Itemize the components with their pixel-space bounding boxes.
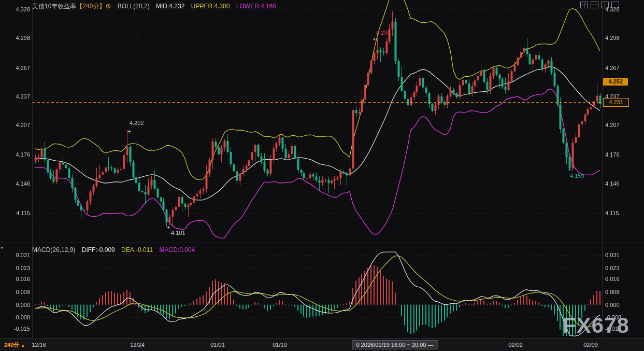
panel-marker-icon[interactable]: ● bbox=[1, 245, 3, 250]
price-extreme-marker-icon: + bbox=[167, 224, 170, 230]
macd-axis-label-left: -0.008 bbox=[2, 314, 30, 320]
macd-legend: MACD(26,12,9) DIFF:-0.009 DEA:-0.011 MAC… bbox=[32, 246, 199, 254]
macd-axis-label-right: 0.023 bbox=[605, 265, 636, 271]
price-extreme-marker-icon: + bbox=[373, 36, 376, 41]
current-price-tag: 4.231 bbox=[603, 98, 629, 107]
time-axis-bar: 240分▲ 12/1612/2401/0101/100 2026/01/19 1… bbox=[0, 338, 644, 351]
price-legend: 美债10年收益率【240分】⊕ BOLL(20,2) MID:4.232 UPP… bbox=[32, 2, 281, 11]
time-axis-label: 01/10 bbox=[259, 342, 300, 348]
price-axis-label-right: 4.298 bbox=[605, 35, 636, 41]
layout-grid-icon[interactable] bbox=[580, 2, 588, 8]
price-axis-label-right: 4.267 bbox=[605, 65, 636, 71]
time-axis-label: 12/24 bbox=[117, 342, 158, 348]
macd-axis-label-left: 0.031 bbox=[2, 252, 30, 258]
price-extreme-label: 4.159 bbox=[570, 173, 584, 179]
macd-hist-value: MACD:0.004 bbox=[160, 246, 195, 254]
price-axis-label-left: 4.328 bbox=[2, 6, 30, 12]
macd-axis-label-right: 0.008 bbox=[605, 289, 636, 295]
macd-diff-value: DIFF:-0.009 bbox=[82, 246, 115, 254]
time-axis-label: 02/09 bbox=[570, 342, 611, 348]
price-axis-label-right: 4.115 bbox=[605, 210, 636, 216]
crosshair-time-display: 0 2026/01/19 16:00 ~ 20:00 — bbox=[352, 340, 438, 349]
macd-axis-label-left: 0.023 bbox=[2, 265, 30, 271]
price-extreme-marker-icon: + bbox=[568, 167, 571, 172]
price-extreme-label: 4.298 bbox=[376, 30, 391, 36]
macd-axis-label-left: 0.008 bbox=[2, 289, 30, 295]
watermark-text: FX678 bbox=[563, 313, 629, 338]
macd-axis-label-left: -0.015 bbox=[2, 326, 30, 332]
macd-axis-label-left: 0.000 bbox=[2, 302, 30, 308]
macd-axis-label-right: 0.016 bbox=[605, 276, 636, 282]
price-axis-label-right: 4.176 bbox=[605, 151, 636, 158]
price-axis-label-left: 4.115 bbox=[2, 210, 30, 216]
boll-upper-value: UPPER:4.300 bbox=[191, 3, 230, 10]
time-axis-label: 01/01 bbox=[197, 342, 238, 348]
macd-axis-label-left: 0.016 bbox=[2, 276, 30, 282]
price-axis-label-left: 4.207 bbox=[2, 122, 30, 128]
layout-rows-icon[interactable] bbox=[591, 2, 598, 8]
chart-canvas[interactable] bbox=[0, 0, 644, 351]
macd-axis-label-right: 0.031 bbox=[605, 252, 636, 258]
trading-chart-app: 美债10年收益率【240分】⊕ BOLL(20,2) MID:4.232 UPP… bbox=[0, 0, 644, 351]
price-axis-label-right: 4.328 bbox=[605, 6, 636, 12]
price-axis-label-left: 4.298 bbox=[2, 35, 30, 41]
timeframe-label: 【240分】 bbox=[76, 3, 105, 10]
price-extreme-label: 4.101 bbox=[171, 230, 185, 236]
price-axis-label-left: 4.176 bbox=[2, 151, 30, 158]
symbol-title: 美债10年收益率 bbox=[32, 3, 76, 10]
price-axis-label-left: 4.146 bbox=[2, 180, 30, 187]
time-axis-label: 12/16 bbox=[18, 342, 60, 348]
price-extreme-label: 4.202 bbox=[130, 120, 144, 126]
time-axis-label: 02/02 bbox=[495, 342, 536, 348]
price-axis-label-right: 4.146 bbox=[605, 180, 636, 187]
price-axis-label-left: 4.237 bbox=[2, 93, 30, 100]
price-extreme-marker-icon: + bbox=[127, 129, 131, 134]
session-price-tag: 4.252 bbox=[603, 78, 628, 86]
boll-indicator-name: BOLL(20,2) bbox=[118, 3, 150, 10]
macd-indicator-name: MACD(26,12,9) bbox=[32, 246, 75, 254]
timeframe-selector-label: 240分 bbox=[4, 342, 19, 348]
price-axis-label-right: 4.207 bbox=[605, 122, 636, 128]
macd-dea-value: DEA:-0.011 bbox=[121, 246, 153, 254]
boll-lower-value: LOWER:4.165 bbox=[236, 3, 276, 10]
price-axis-label-left: 4.267 bbox=[2, 65, 30, 71]
boll-mid-value: MID:4.232 bbox=[156, 3, 184, 10]
add-indicator-icon[interactable]: ⊕ bbox=[105, 2, 111, 10]
macd-axis-label-right: 0.000 bbox=[605, 302, 636, 308]
